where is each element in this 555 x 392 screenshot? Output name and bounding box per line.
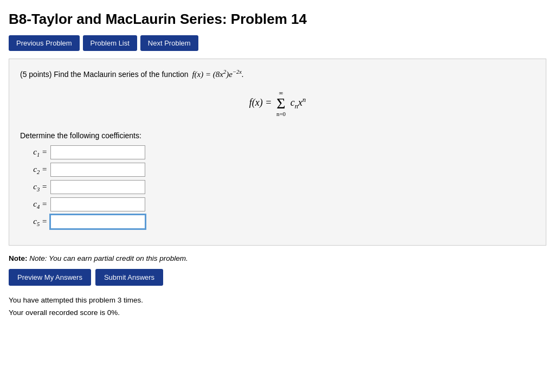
bottom-buttons: Preview My Answers Submit Answers: [9, 269, 546, 286]
attempt-line2: Your overall recorded score is 0%.: [9, 307, 546, 319]
c5-row: c5 =: [20, 215, 535, 229]
previous-problem-button[interactable]: Previous Problem: [9, 35, 80, 51]
submit-answers-button[interactable]: Submit Answers: [95, 269, 163, 286]
nav-buttons: Previous Problem Problem List Next Probl…: [9, 35, 546, 51]
c4-row: c4 =: [20, 197, 535, 211]
c3-input[interactable]: [50, 180, 145, 194]
summation-notation: ∞ Σ n=0: [276, 90, 286, 117]
c4-input[interactable]: [50, 197, 145, 211]
attempt-info: You have attempted this problem 3 times.…: [9, 294, 546, 319]
c5-input[interactable]: [50, 215, 145, 229]
problem-box: (5 points) Find the Maclaurin series of …: [9, 59, 546, 246]
c1-label: c1 =: [20, 147, 47, 158]
series-lhs: f(x) =: [249, 97, 274, 108]
sum-term: cnxn: [291, 97, 306, 108]
problem-text: (5 points) Find the Maclaurin series of …: [20, 69, 535, 79]
attempt-line1: You have attempted this problem 3 times.: [9, 294, 546, 307]
points-text: (5 points) Find the Maclaurin series of …: [20, 70, 189, 79]
c1-input[interactable]: [50, 145, 145, 159]
coefficients-label: Determine the following coefficients:: [20, 131, 535, 140]
sum-lower: n=0: [276, 111, 286, 117]
c2-row: c2 =: [20, 163, 535, 177]
next-problem-button[interactable]: Next Problem: [140, 35, 198, 51]
c3-row: c3 =: [20, 180, 535, 194]
c5-label: c5 =: [20, 217, 47, 227]
problem-list-button[interactable]: Problem List: [83, 35, 137, 51]
c4-label: c4 =: [20, 200, 47, 210]
math-display: f(x) = ∞ Σ n=0 cnxn: [20, 90, 535, 117]
c1-row: c1 =: [20, 145, 535, 159]
page-title: B8-Taylor and MacLaurin Series: Problem …: [9, 11, 546, 28]
note-text: Note: Note: You can earn partial credit …: [9, 254, 546, 262]
function-label: f(x) = (8x2)e−2x.: [190, 70, 243, 79]
preview-answers-button[interactable]: Preview My Answers: [9, 269, 91, 286]
c2-label: c2 =: [20, 165, 47, 175]
sigma-symbol: Σ: [276, 96, 285, 111]
c3-label: c3 =: [20, 182, 47, 192]
c2-input[interactable]: [50, 163, 145, 177]
